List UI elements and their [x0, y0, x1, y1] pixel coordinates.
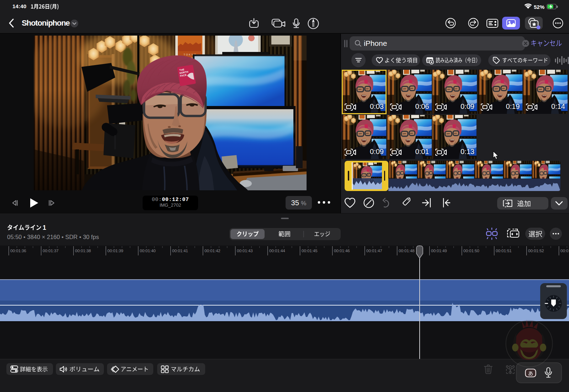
- svg-text:52%: 52%: [534, 4, 544, 10]
- svg-text:00:01:41: 00:01:41: [172, 249, 188, 253]
- svg-text:00:01:47: 00:01:47: [366, 249, 382, 253]
- svg-text:00:01:50: 00:01:50: [463, 249, 479, 253]
- svg-text:00:01:38: 00:01:38: [75, 249, 91, 253]
- svg-text:00:01:46: 00:01:46: [334, 249, 350, 253]
- svg-text:00:01:40: 00:01:40: [140, 249, 156, 253]
- svg-text:00:01:45: 00:01:45: [302, 249, 318, 253]
- svg-text:00:01:52: 00:01:52: [528, 249, 544, 253]
- svg-text:00:01:42: 00:01:42: [204, 249, 220, 253]
- svg-text:00:01:53: 00:01:53: [560, 249, 569, 253]
- svg-text:00:01:37: 00:01:37: [43, 249, 59, 253]
- svg-text:00:01:39: 00:01:39: [107, 249, 123, 253]
- svg-text:1: 1: [43, 224, 46, 231]
- svg-text:00:01:36: 00:01:36: [10, 249, 26, 253]
- svg-text:00:01:51: 00:01:51: [496, 249, 512, 253]
- svg-text:00:01:44: 00:01:44: [269, 249, 285, 253]
- svg-text:00:01:48: 00:01:48: [399, 249, 415, 253]
- svg-text:00:01:43: 00:01:43: [237, 249, 253, 253]
- svg-text:00:01:49: 00:01:49: [431, 249, 447, 253]
